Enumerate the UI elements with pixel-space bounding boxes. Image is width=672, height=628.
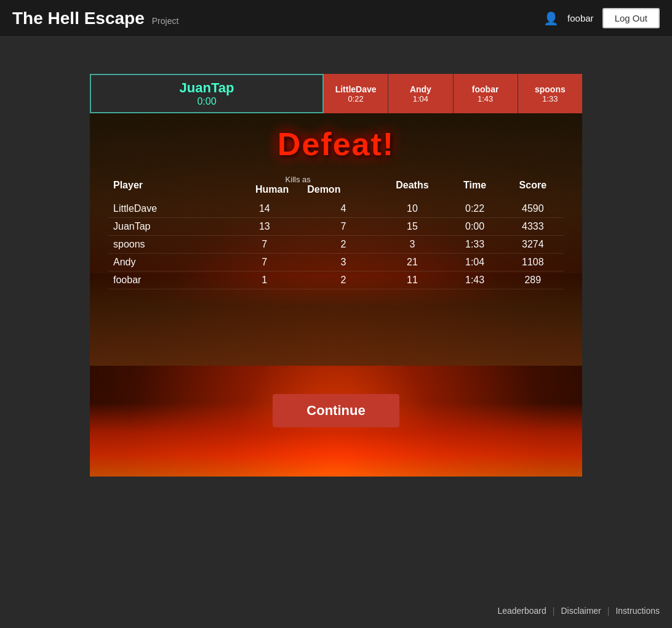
row-player-2: spoons — [108, 236, 219, 254]
score-overlay: Defeat! Player Kills as Human Demon — [90, 113, 582, 302]
row-kills-demon-0: 4 — [310, 200, 377, 218]
player-tab-1[interactable]: Andy 1:04 — [388, 74, 453, 113]
app-subtitle: Project — [152, 16, 179, 26]
table-row: Andy 7 3 21 1:04 1108 — [108, 254, 564, 272]
row-kills-human-2: 7 — [219, 236, 310, 254]
defeat-title: Defeat! — [108, 126, 564, 163]
app-title: The Hell Escape — [12, 9, 145, 28]
row-time-2: 1:33 — [448, 236, 502, 254]
score-table: Player Kills as Human Demon Deaths Time … — [108, 172, 564, 289]
current-player-tab[interactable]: JuanTap 0:00 — [90, 74, 324, 113]
row-player-1: JuanTap — [108, 218, 219, 236]
continue-area: Continue — [90, 394, 582, 427]
row-deaths-0: 10 — [377, 200, 447, 218]
footer-sep-1: | — [553, 606, 555, 616]
player-tab-time-2: 1:43 — [478, 94, 493, 103]
row-score-3: 1108 — [502, 254, 564, 272]
footer-sep-2: | — [607, 606, 610, 616]
footer-instructions-link[interactable]: Instructions — [615, 606, 660, 616]
game-panel: JuanTap 0:00 LittleDave 0:22 Andy 1:04 f… — [90, 74, 582, 477]
row-time-1: 0:00 — [448, 218, 502, 236]
kills-label: Kills as — [224, 175, 372, 184]
player-tab-3[interactable]: spoons 1:33 — [518, 74, 582, 113]
row-kills-human-0: 14 — [219, 200, 310, 218]
table-row: foobar 1 2 11 1:43 289 — [108, 272, 564, 289]
main-content: JuanTap 0:00 LittleDave 0:22 Andy 1:04 f… — [0, 37, 672, 501]
table-row: LittleDave 14 4 10 0:22 4590 — [108, 200, 564, 218]
current-player-name: JuanTap — [180, 80, 234, 96]
header-left: The Hell Escape Project — [12, 9, 178, 28]
row-kills-human-3: 7 — [219, 254, 310, 272]
row-kills-demon-2: 2 — [310, 236, 377, 254]
footer: Leaderboard | Disclaimer | Instructions — [497, 606, 660, 616]
footer-disclaimer-link[interactable]: Disclaimer — [561, 606, 601, 616]
col-kills-human: Human — [255, 184, 289, 195]
row-player-4: foobar — [108, 272, 219, 289]
row-kills-demon-4: 2 — [310, 272, 377, 289]
row-score-0: 4590 — [502, 200, 564, 218]
player-tab-0[interactable]: LittleDave 0:22 — [324, 74, 388, 113]
col-deaths: Deaths — [377, 172, 447, 200]
player-tab-time-1: 1:04 — [413, 94, 428, 103]
logout-button[interactable]: Log Out — [602, 8, 660, 28]
col-player: Player — [108, 172, 219, 200]
current-player-time: 0:00 — [197, 96, 216, 107]
user-icon: 👤 — [543, 11, 559, 26]
score-table-body: LittleDave 14 4 10 0:22 4590 JuanTap 13 … — [108, 200, 564, 289]
player-tab-name-3: spoons — [535, 84, 566, 94]
row-deaths-1: 15 — [377, 218, 447, 236]
row-deaths-2: 3 — [377, 236, 447, 254]
player-tab-name-1: Andy — [410, 84, 431, 94]
col-kills-demon: Demon — [307, 184, 340, 195]
table-row: JuanTap 13 7 15 0:00 4333 — [108, 218, 564, 236]
col-kills: Kills as Human Demon — [219, 172, 377, 200]
row-deaths-4: 11 — [377, 272, 447, 289]
row-player-0: LittleDave — [108, 200, 219, 218]
players-row: JuanTap 0:00 LittleDave 0:22 Andy 1:04 f… — [90, 74, 582, 113]
header-right: 👤 foobar Log Out — [543, 8, 660, 28]
username-label: foobar — [567, 13, 594, 23]
row-score-2: 3274 — [502, 236, 564, 254]
col-score: Score — [502, 172, 564, 200]
game-screen: Defeat! Player Kills as Human Demon — [90, 113, 582, 477]
continue-button[interactable]: Continue — [273, 394, 399, 427]
header: The Hell Escape Project 👤 foobar Log Out — [0, 0, 672, 37]
row-kills-demon-1: 7 — [310, 218, 377, 236]
row-score-1: 4333 — [502, 218, 564, 236]
player-tab-time-3: 1:33 — [542, 94, 558, 103]
row-player-3: Andy — [108, 254, 219, 272]
row-deaths-3: 21 — [377, 254, 447, 272]
player-tab-name-0: LittleDave — [335, 84, 377, 94]
footer-leaderboard-link[interactable]: Leaderboard — [497, 606, 546, 616]
row-score-4: 289 — [502, 272, 564, 289]
row-time-0: 0:22 — [448, 200, 502, 218]
row-kills-human-1: 13 — [219, 218, 310, 236]
player-tab-time-0: 0:22 — [348, 94, 363, 103]
other-players-tabs: LittleDave 0:22 Andy 1:04 foobar 1:43 sp… — [324, 74, 582, 113]
table-row: spoons 7 2 3 1:33 3274 — [108, 236, 564, 254]
player-tab-2[interactable]: foobar 1:43 — [454, 74, 518, 113]
row-kills-demon-3: 3 — [310, 254, 377, 272]
row-time-3: 1:04 — [448, 254, 502, 272]
row-time-4: 1:43 — [448, 272, 502, 289]
player-tab-name-2: foobar — [472, 84, 499, 94]
col-time: Time — [448, 172, 502, 200]
row-kills-human-4: 1 — [219, 272, 310, 289]
score-table-header: Player Kills as Human Demon Deaths Time … — [108, 172, 564, 200]
